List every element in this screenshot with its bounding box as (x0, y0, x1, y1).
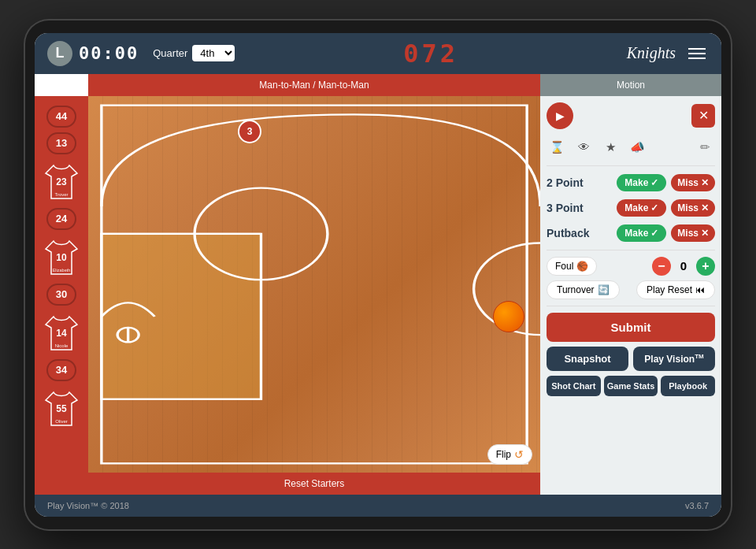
svg-text:10: 10 (56, 252, 67, 263)
three-point-row: 3 Point Make ✓ Miss ✕ (547, 198, 715, 218)
left-court-label: Man-to-Man / Man-to-Man (88, 74, 540, 96)
right-panel: ▶ ✕ ⌛ 👁 ★ 📣 ✏ 2 Point Ma (540, 96, 721, 495)
star-tool[interactable]: ★ (600, 137, 621, 158)
timer-section: L 00:00 Quarter 4th 1st 2nd 3rd (47, 41, 235, 66)
court-inner[interactable]: 3 Flip ↺ (88, 96, 540, 473)
player-14-jersey[interactable]: 14 Nicole (42, 310, 81, 354)
reset-starters-button[interactable]: Reset Starters (88, 473, 540, 495)
foul-row: Foul 🏀 − 0 + (547, 257, 715, 276)
svg-rect-9 (102, 233, 261, 399)
miss-x-icon: ✕ (701, 177, 709, 188)
bottom-buttons-row: Snapshot Play VisionTM (547, 347, 715, 371)
two-point-actions: Make ✓ Miss ✕ (617, 174, 715, 191)
divider-1 (547, 165, 715, 166)
three-point-actions: Make ✓ Miss ✕ (617, 199, 715, 217)
tablet-shell: L 00:00 Quarter 4th 1st 2nd 3rd 072 Knig… (24, 19, 732, 531)
svg-text:Oliver: Oliver (55, 419, 68, 424)
svg-text:Nicole: Nicole (55, 343, 69, 348)
svg-text:14: 14 (56, 328, 67, 339)
3pt-make-check-icon: ✓ (650, 202, 658, 213)
putback-miss-x-icon: ✕ (701, 228, 709, 239)
shot-chart-button[interactable]: Shot Chart (547, 376, 601, 396)
flip-icon: ↺ (514, 448, 524, 461)
putback-row: Putback Make ✓ Miss ✕ (547, 223, 715, 243)
player-3-marker[interactable]: 3 (238, 120, 261, 143)
footer: Play Vision™ © 2018 v3.6.7 (35, 495, 721, 517)
player-30-badge[interactable]: 30 (46, 284, 76, 306)
putback-make-button[interactable]: Make ✓ (617, 224, 666, 242)
flip-button[interactable]: Flip ↺ (487, 444, 532, 465)
putback-actions: Make ✓ Miss ✕ (617, 224, 715, 242)
player-55-jersey[interactable]: 55 Oliver (42, 386, 81, 430)
footer-left: Play Vision™ © 2018 (47, 501, 129, 510)
close-button[interactable]: ✕ (691, 104, 715, 128)
svg-text:Elizabeth: Elizabeth (53, 268, 71, 273)
clock-icon: L (47, 41, 72, 66)
tm-mark: TM (695, 353, 704, 360)
hourglass-tool[interactable]: ⌛ (547, 137, 567, 158)
quarter-label: Quarter (153, 47, 187, 59)
quarter-select[interactable]: 4th 1st 2nd 3rd (192, 45, 235, 61)
eye-tool[interactable]: 👁 (573, 137, 594, 158)
game-stats-button[interactable]: Game Stats (604, 376, 658, 396)
two-point-make-button[interactable]: Make ✓ (617, 174, 666, 191)
counter-section: − 0 + (652, 257, 715, 276)
players-panel: 44 13 23 Trover 24 10 (35, 96, 88, 495)
snapshot-button[interactable]: Snapshot (547, 347, 628, 371)
playbook-button[interactable]: Playbook (661, 376, 715, 396)
tools-row: ⌛ 👁 ★ 📣 ✏ (547, 135, 715, 159)
action-row: Turnover 🔄 Play Reset ⏮ (547, 280, 715, 299)
divider-3 (547, 306, 715, 306)
counter-value: 0 (676, 259, 691, 273)
play-reset-button[interactable]: Play Reset ⏮ (636, 280, 715, 299)
foul-button[interactable]: Foul 🏀 (547, 257, 597, 276)
make-check-icon: ✓ (650, 177, 658, 188)
megaphone-tool[interactable]: 📣 (627, 137, 647, 158)
putback-label: Putback (547, 227, 598, 239)
svg-text:55: 55 (56, 403, 67, 414)
putback-make-check-icon: ✓ (650, 228, 658, 239)
counter-minus-button[interactable]: − (652, 257, 671, 276)
two-point-miss-button[interactable]: Miss ✕ (671, 174, 715, 191)
timer-display: 00:00 (79, 43, 139, 63)
submit-button[interactable]: Submit (547, 313, 715, 342)
svg-text:Trover: Trover (54, 192, 68, 197)
player-24-badge[interactable]: 24 (46, 208, 76, 230)
divider-2 (547, 250, 715, 250)
three-point-miss-button[interactable]: Miss ✕ (671, 199, 715, 217)
right-court-label: Motion (540, 74, 721, 96)
turnover-button[interactable]: Turnover 🔄 (547, 280, 620, 299)
score-digits: 072 (403, 39, 458, 69)
right-panel-header: ▶ ✕ (547, 102, 715, 129)
turnover-icon: 🔄 (598, 284, 610, 295)
basketball (493, 301, 524, 332)
two-point-row: 2 Point Make ✓ Miss ✕ (547, 172, 715, 193)
player-44-badge[interactable]: 44 (46, 106, 76, 128)
team-section: Knights (627, 44, 709, 62)
footer-right: v3.6.7 (685, 501, 709, 510)
quarter-section: Quarter 4th 1st 2nd 3rd (153, 45, 235, 61)
pencil-tool[interactable]: ✏ (695, 137, 715, 158)
player-13-badge[interactable]: 13 (46, 132, 76, 154)
putback-miss-button[interactable]: Miss ✕ (671, 224, 715, 242)
score-display: 072 (235, 39, 626, 69)
counter-plus-button[interactable]: + (696, 257, 715, 276)
foul-icon: 🏀 (576, 261, 588, 272)
court-labels: Man-to-Man / Man-to-Man Motion (35, 74, 721, 96)
screen: L 00:00 Quarter 4th 1st 2nd 3rd 072 Knig… (35, 33, 721, 517)
nav-buttons-row: Shot Chart Game Stats Playbook (547, 376, 715, 396)
player-10-jersey[interactable]: 10 Elizabeth (42, 235, 81, 279)
player-23-jersey[interactable]: 23 Trover (42, 159, 81, 203)
play-button[interactable]: ▶ (547, 102, 573, 129)
playvision-button[interactable]: Play VisionTM (633, 347, 715, 371)
menu-icon[interactable] (685, 45, 709, 62)
player-34-badge[interactable]: 34 (46, 359, 76, 381)
three-point-make-button[interactable]: Make ✓ (617, 199, 666, 217)
court-container: 3 Flip ↺ Reset Starters (88, 96, 540, 495)
svg-text:23: 23 (56, 176, 67, 187)
flip-label: Flip (496, 449, 511, 460)
two-point-label: 2 Point (547, 176, 598, 189)
header: L 00:00 Quarter 4th 1st 2nd 3rd 072 Knig… (35, 33, 721, 74)
court-lines (88, 96, 540, 473)
play-reset-icon: ⏮ (695, 284, 705, 295)
